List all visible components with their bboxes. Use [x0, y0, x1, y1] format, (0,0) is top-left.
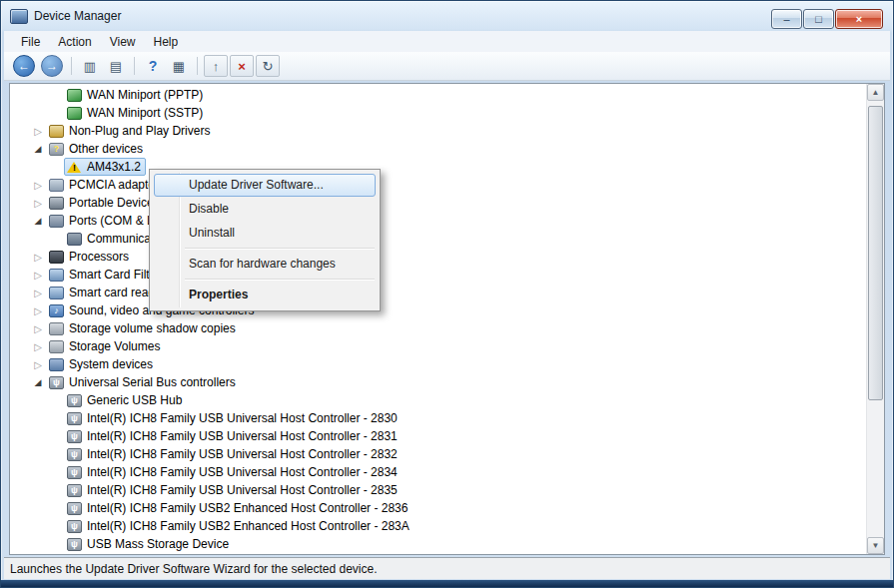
tree-item-intel-r-ich8-family-usb2-enhanced-host-controller-2836[interactable]: Intel(R) ICH8 Family USB2 Enhanced Host …	[10, 499, 867, 517]
tree-item-generic-usb-hub[interactable]: Generic USB Hub	[10, 391, 867, 409]
tree-item-intel-r-ich8-family-usb-universal-host-controller-2835[interactable]: Intel(R) ICH8 Family USB Universal Host …	[10, 481, 867, 499]
tree-item-smart-card-filter[interactable]: Smart Card Filter	[10, 266, 867, 284]
toolbar-separator	[71, 57, 72, 75]
context-menu: Update Driver Software...DisableUninstal…	[149, 169, 381, 311]
scroll-down-icon[interactable]	[867, 537, 884, 554]
scan-hardware-button[interactable]: ↻	[256, 55, 280, 77]
expanded-expander-icon[interactable]	[30, 377, 46, 387]
tree-item-intel-r-ich8-family-usb-universal-host-controller-2831[interactable]: Intel(R) ICH8 Family USB Universal Host …	[10, 427, 867, 445]
tree-item-label: WAN Miniport (SSTP)	[87, 106, 203, 120]
collapsed-expander-icon[interactable]	[30, 359, 46, 370]
tree-item-box: Processors	[46, 248, 134, 266]
tree-item-intel-r-ich8-family-usb-universal-host-controller-2834[interactable]: Intel(R) ICH8 Family USB Universal Host …	[10, 463, 867, 481]
tree-item-processors[interactable]: Processors	[10, 248, 867, 266]
menu-item-disable[interactable]: Disable	[154, 198, 376, 221]
smart-device-icon	[49, 269, 64, 282]
status-bar: Launches the Update Driver Software Wiza…	[4, 557, 890, 579]
toolbar: ←→▥▤?▦↑×↻	[4, 52, 890, 81]
collapsed-expander-icon[interactable]	[30, 252, 46, 263]
menu-action[interactable]: Action	[49, 33, 100, 51]
tree-item-universal-serial-bus-controllers[interactable]: Universal Serial Bus controllers	[10, 373, 867, 391]
menu-item-update-driver-software[interactable]: Update Driver Software...	[154, 174, 376, 197]
help-button[interactable]: ?	[141, 55, 165, 77]
collapsed-expander-icon[interactable]	[30, 270, 46, 281]
scrollbar-thumb[interactable]	[868, 106, 883, 400]
menu-bar: FileActionViewHelp	[4, 31, 890, 53]
tree-item-intel-r-ich8-family-usb-universal-host-controller-2832[interactable]: Intel(R) ICH8 Family USB Universal Host …	[10, 445, 867, 463]
tree-item-box: Storage Volumes	[46, 337, 165, 355]
tree-item-non-plug-and-play-drivers[interactable]: Non-Plug and Play Drivers	[10, 122, 867, 140]
tree-item-intel-r-ich8-family-usb2-enhanced-host-controller-283a[interactable]: Intel(R) ICH8 Family USB2 Enhanced Host …	[10, 517, 867, 535]
forward-button[interactable]: →	[41, 55, 63, 77]
expanded-expander-icon[interactable]	[30, 144, 46, 154]
tree-item-usb-mass-storage-device[interactable]: USB Mass Storage Device	[10, 535, 867, 553]
tree-panel: WAN Miniport (PPTP)WAN Miniport (SSTP)No…	[9, 83, 885, 555]
maximize-button[interactable]: □	[803, 9, 834, 29]
tree-item-box: Storage volume shadow copies	[46, 319, 241, 337]
menu-item-scan-for-hardware-changes[interactable]: Scan for hardware changes	[154, 253, 376, 276]
collapsed-expander-icon[interactable]	[30, 341, 46, 352]
cpu-device-icon	[49, 251, 64, 264]
collapsed-expander-icon[interactable]	[30, 288, 46, 298]
back-button[interactable]: ←	[13, 55, 35, 77]
ports-device-icon	[49, 215, 64, 228]
tree-item-sound-video-and-game-controllers[interactable]: Sound, video and game controllers	[10, 301, 867, 319]
menu-file[interactable]: File	[12, 33, 49, 51]
net-device-icon	[67, 107, 82, 120]
uninstall-button[interactable]: ×	[230, 55, 254, 77]
tree-item-label: Generic USB Hub	[87, 393, 182, 407]
tree-item-communications-port-com1[interactable]: Communications Port (COM1)	[10, 230, 867, 248]
tree-item-ports-com-lpt[interactable]: Ports (COM & LPT)	[10, 212, 867, 230]
menu-item-properties[interactable]: Properties	[154, 284, 376, 306]
update-driver-button[interactable]: ↑	[204, 55, 228, 77]
close-button[interactable]: ×	[835, 9, 883, 29]
warn-device-icon	[67, 161, 82, 174]
usb-device-icon	[67, 502, 82, 515]
storage-device-icon	[49, 322, 64, 335]
tree-item-label: Intel(R) ICH8 Family USB Universal Host …	[87, 483, 398, 497]
toolbar-separator	[134, 57, 135, 75]
collapsed-expander-icon[interactable]	[30, 126, 46, 137]
tree-item-wan-miniport-pptp[interactable]: WAN Miniport (PPTP)	[10, 86, 867, 104]
tree-item-wan-miniport-sstp[interactable]: WAN Miniport (SSTP)	[10, 104, 867, 122]
tree-item-label: Universal Serial Bus controllers	[69, 375, 236, 389]
expanded-expander-icon[interactable]	[30, 216, 46, 226]
tree-item-label: WAN Miniport (PPTP)	[87, 88, 203, 102]
tree-item-box: Intel(R) ICH8 Family USB2 Enhanced Host …	[64, 499, 413, 517]
tree-item-system-devices[interactable]: System devices	[10, 355, 867, 373]
tree-item-smart-card-readers[interactable]: Smart card readers	[10, 284, 867, 301]
collapsed-expander-icon[interactable]	[30, 305, 46, 316]
tree-item-box: Portable Devices	[46, 194, 165, 212]
menu-view[interactable]: View	[101, 33, 145, 51]
tree-item-portable-devices[interactable]: Portable Devices	[10, 194, 867, 212]
minimize-button[interactable]: –	[771, 9, 802, 29]
usb-device-icon	[67, 520, 82, 533]
tree-item-storage-volume-shadow-copies[interactable]: Storage volume shadow copies	[10, 319, 867, 337]
tree-item-box: Intel(R) ICH8 Family USB Universal Host …	[64, 481, 403, 499]
title-bar[interactable]: Device Manager –□×	[1, 1, 893, 31]
collapsed-expander-icon[interactable]	[30, 323, 46, 334]
usb-device-icon	[67, 430, 82, 443]
tree-item-label: Intel(R) ICH8 Family USB Universal Host …	[87, 465, 398, 479]
scroll-up-icon[interactable]	[867, 84, 884, 101]
vertical-scrollbar[interactable]	[866, 84, 884, 554]
tree-item-other-devices[interactable]: Other devices	[10, 140, 867, 158]
tree-item-intel-r-ich8-family-usb-universal-host-controller-2830[interactable]: Intel(R) ICH8 Family USB Universal Host …	[10, 409, 867, 427]
usb-device-icon	[67, 466, 82, 479]
tree-item-pcmcia-adapters[interactable]: PCMCIA adapters	[10, 176, 867, 194]
usb-device-icon	[67, 412, 82, 425]
menu-help[interactable]: Help	[145, 33, 188, 51]
collapsed-expander-icon[interactable]	[30, 180, 46, 191]
tree-item-box: WAN Miniport (PPTP)	[64, 86, 208, 104]
properties-button[interactable]: ▤	[104, 55, 128, 77]
export-list-button[interactable]: ▦	[167, 55, 191, 77]
portable-device-icon	[49, 197, 64, 210]
tree-item-label: Smart Card Filter	[69, 268, 160, 282]
tree-item-label: AM43x1.2	[87, 160, 141, 174]
show-console-tree-button[interactable]: ▥	[78, 55, 102, 77]
tree-item-label: Intel(R) ICH8 Family USB Universal Host …	[87, 411, 398, 425]
tree-item-am43x1-2[interactable]: AM43x1.2	[10, 158, 867, 176]
menu-item-uninstall[interactable]: Uninstall	[154, 222, 376, 245]
collapsed-expander-icon[interactable]	[30, 198, 46, 209]
tree-item-storage-volumes[interactable]: Storage Volumes	[10, 337, 867, 355]
